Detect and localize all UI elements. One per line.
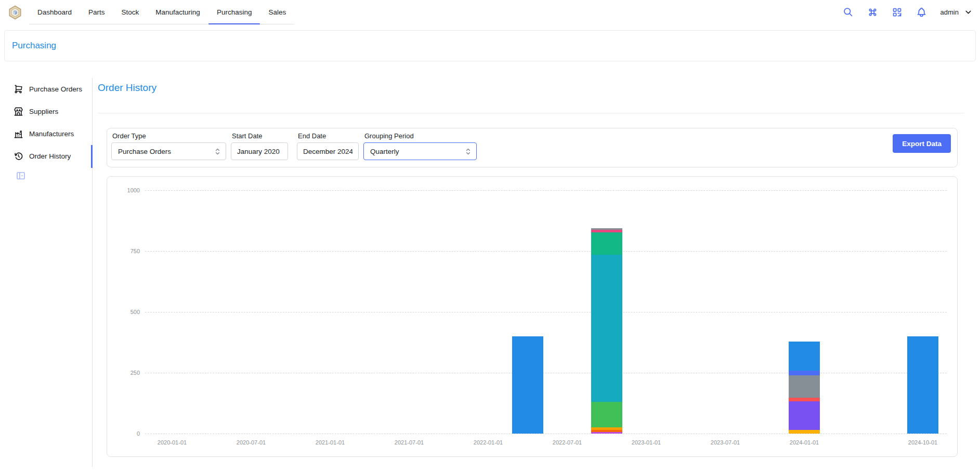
building-store-icon (14, 107, 23, 116)
bar-segment-2024-01-01[interactable] (789, 371, 820, 375)
main-nav-tabs: Dashboard Parts Stock Manufacturing Purc… (29, 0, 294, 24)
gridline (145, 312, 947, 312)
section-title: Order History (98, 82, 156, 94)
sidebar-active-indicator (91, 145, 93, 168)
page-header: Purchasing (4, 30, 976, 61)
selector-icon (213, 147, 222, 156)
sidebar-item-suppliers[interactable]: Suppliers (7, 100, 92, 123)
qrcode-scan-icon[interactable] (892, 7, 903, 18)
bar-segment-2022-10-01[interactable] (591, 432, 622, 434)
y-axis-tick: 0 (114, 430, 140, 437)
tab-sales[interactable]: Sales (260, 0, 294, 24)
x-axis-tick: 2020-01-01 (158, 439, 187, 446)
bar-segment-2024-01-01[interactable] (789, 342, 820, 371)
x-axis-tick: 2023-07-01 (711, 439, 740, 446)
x-axis-tick: 2024-01-01 (790, 439, 819, 446)
sidebar-item-label: Order History (29, 152, 71, 160)
sidebar-collapse-icon[interactable] (16, 171, 26, 181)
grouping-period-value: Quarterly (370, 148, 399, 155)
bar-segment-2024-01-01[interactable] (789, 375, 820, 398)
y-axis-tick: 1000 (114, 187, 140, 193)
x-axis-tick: 2024-10-01 (908, 439, 937, 446)
notification-icon[interactable] (916, 7, 927, 18)
sidebar-item-label: Purchase Orders (29, 85, 82, 93)
gridline (145, 190, 947, 191)
x-axis-tick: 2021-01-01 (316, 439, 345, 446)
app-logo-icon[interactable] (7, 5, 23, 20)
bar-segment-2024-01-01[interactable] (789, 398, 820, 401)
order-history-chart-panel: 025050075010002020-01-012020-07-012021-0… (107, 176, 958, 457)
order-type-label: Order Type (112, 132, 226, 140)
sidebar-item-manufacturers[interactable]: Manufacturers (7, 123, 92, 145)
bar-segment-2022-04-01[interactable] (512, 336, 543, 434)
user-name: admin (940, 8, 959, 16)
section-divider (98, 113, 964, 113)
tab-purchasing[interactable]: Purchasing (208, 0, 260, 24)
sidebar-divider (92, 78, 93, 467)
selector-icon (464, 147, 473, 156)
x-axis-tick: 2023-01-01 (632, 439, 661, 446)
top-navbar: Dashboard Parts Stock Manufacturing Purc… (0, 0, 980, 24)
sidebar-item-label: Manufacturers (29, 130, 74, 138)
grouping-period-label: Grouping Period (364, 132, 477, 140)
order-type-value: Purchase Orders (118, 148, 171, 155)
sidebar: Purchase Orders Suppliers Manufacturers … (7, 78, 92, 167)
page-title: Purchasing (12, 41, 56, 51)
shopping-cart-icon (14, 84, 23, 94)
user-menu[interactable]: admin (940, 8, 973, 17)
bar-segment-2022-10-01[interactable] (591, 255, 622, 402)
x-axis-tick: 2020-07-01 (237, 439, 266, 446)
end-date-label: End Date (298, 132, 359, 140)
stacked-bar-chart: 025050075010002020-01-012020-07-012021-0… (107, 177, 957, 456)
end-date-input[interactable] (297, 142, 359, 160)
gridline (145, 373, 947, 373)
sidebar-item-purchase-orders[interactable]: Purchase Orders (7, 78, 92, 100)
command-icon[interactable] (867, 7, 878, 18)
tab-stock[interactable]: Stock (113, 0, 148, 24)
grouping-period-select[interactable]: Quarterly (363, 142, 477, 160)
bar-segment-2024-01-01[interactable] (789, 430, 820, 434)
tab-manufacturing[interactable]: Manufacturing (147, 0, 208, 24)
bar-segment-2022-10-01[interactable] (591, 430, 622, 432)
bar-segment-2024-10-01[interactable] (907, 336, 938, 434)
bar-segment-2024-01-01[interactable] (789, 401, 820, 430)
bar-segment-2022-10-01[interactable] (591, 427, 622, 429)
start-date-input[interactable] (231, 142, 288, 160)
sidebar-item-order-history[interactable]: Order History (7, 145, 92, 167)
tab-dashboard[interactable]: Dashboard (29, 0, 80, 24)
sidebar-item-label: Suppliers (29, 108, 58, 115)
y-axis-tick: 250 (114, 370, 140, 376)
bar-segment-2022-10-01[interactable] (591, 230, 622, 232)
export-data-button[interactable]: Export Data (893, 134, 951, 153)
filter-panel: Order Type Purchase Orders Start Date En… (107, 128, 958, 167)
history-icon (14, 151, 23, 161)
x-axis-tick: 2022-07-01 (553, 439, 582, 446)
factory-icon (14, 129, 23, 139)
bar-segment-2022-10-01[interactable] (591, 232, 622, 255)
search-icon[interactable] (843, 7, 854, 18)
y-axis-tick: 500 (114, 309, 140, 315)
gridline (145, 251, 947, 252)
tab-parts[interactable]: Parts (80, 0, 113, 24)
y-axis-tick: 750 (114, 248, 140, 254)
bar-segment-2022-10-01[interactable] (591, 228, 622, 230)
navbar-actions: admin (843, 7, 973, 18)
x-axis-tick: 2021-07-01 (395, 439, 424, 446)
chevron-down-icon (964, 8, 973, 17)
x-axis-tick: 2022-01-01 (474, 439, 503, 446)
bar-segment-2022-10-01[interactable] (591, 402, 622, 427)
start-date-label: Start Date (232, 132, 288, 140)
gridline (145, 434, 947, 434)
order-type-select[interactable]: Purchase Orders (111, 142, 226, 160)
